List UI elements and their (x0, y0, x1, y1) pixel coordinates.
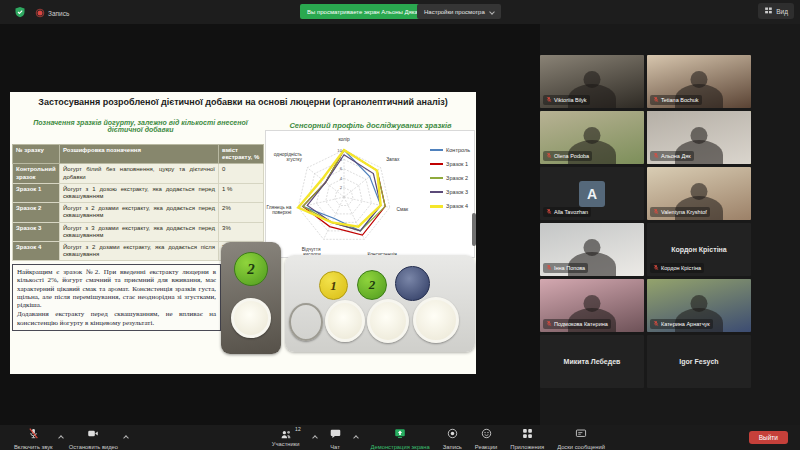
view-button[interactable]: Вид (758, 3, 794, 19)
record-icon (447, 425, 458, 443)
table-header: вміст екстракту, % (219, 145, 264, 164)
analysis-text: Найкращим є зразок №2. При введенні екст… (12, 264, 221, 331)
analysis-paragraph: Найкращим є зразок №2. При введенні екст… (17, 268, 216, 309)
stop-video-button[interactable]: Остановить видео (69, 425, 118, 450)
svg-text:Глянець наповерхні: Глянець наповерхні (266, 205, 291, 215)
participant-name-label: Valentyna Kryshtof (650, 207, 710, 217)
muted-mic-icon (546, 208, 552, 216)
svg-text:колір: колір (338, 137, 350, 142)
slide-right-heading: Сенсорний профіль досліджуваних зразків (268, 121, 473, 130)
yogurt-cup (231, 298, 271, 338)
sensory-chart-panel: 246810колірЗапахСмакКонсистенціяВідчуття… (265, 130, 475, 258)
svg-text:Смак: Смак (397, 207, 409, 212)
slide-title: Застосування розробленої дієтичної добав… (14, 97, 472, 107)
chat-bubble-icon (330, 425, 341, 443)
table-header: Розшифровка позначення (59, 145, 218, 164)
participant-name-label: Viktoriia Bilyk (543, 95, 590, 105)
share-screen-icon (394, 425, 406, 443)
participant-tile[interactable]: Микита Лебедев (540, 335, 644, 388)
share-screen-button[interactable]: Демонстрация экрана (371, 425, 430, 450)
participant-tile[interactable]: Катерина Арнатчук (647, 279, 751, 332)
table-row: Зразок 3Йогурт з 3 дозами екстракту, яка… (13, 222, 264, 241)
empty-glass (289, 303, 323, 341)
participants-grid: Viktoriia BilykTetiana BochukOlena Podob… (540, 55, 751, 388)
muted-mic-icon (546, 96, 552, 104)
yogurt-photo-left: 2 (221, 242, 281, 354)
audio-options-chevron[interactable] (58, 435, 64, 441)
muted-mic-icon (653, 320, 659, 328)
participant-tile[interactable]: Olena Podoba (540, 111, 644, 164)
viewing-screen-banner: Вы просматриваете экран Альоны Дяка (300, 4, 425, 19)
scrollbar-thumb[interactable] (472, 213, 476, 246)
chat-options-chevron[interactable] (353, 435, 359, 441)
shared-screen-area: Застосування розробленої дієтичної добав… (0, 24, 540, 425)
grid-view-icon (764, 6, 773, 16)
participant-name-label: Tetiana Bochuk (650, 95, 702, 105)
chat-button[interactable]: Чат (330, 425, 341, 450)
participant-tile[interactable]: Інна Попова (540, 223, 644, 276)
table-row: Контрольний зразокЙогурт білий без напов… (13, 164, 264, 183)
participant-name-label: Olena Podoba (543, 151, 592, 161)
participant-name-label: Катерина Арнатчук (650, 319, 713, 329)
muted-mic-icon (653, 208, 659, 216)
participant-tile[interactable]: Подмокова Катерина (540, 279, 644, 332)
svg-text:однорідністьзгустку: однорідністьзгустку (274, 152, 303, 162)
participant-name-label: Інна Попова (543, 263, 588, 273)
slide-left-heading: Позначення зразків йогурту, залежно від … (28, 119, 253, 133)
yogurt-cup (413, 297, 459, 343)
microphone-muted-icon (28, 425, 39, 443)
legend-swatch (430, 191, 443, 193)
participant-name-label: Alla Tavozhan (543, 207, 591, 217)
record-button[interactable]: Запись (443, 425, 462, 450)
participants-icon: 12 (280, 428, 292, 440)
table-row: Зразок 1Йогурт з 1 дозою екстракту, яка … (13, 183, 264, 202)
meeting-topbar: Запись Вы просматриваете экран Альоны Дя… (0, 0, 800, 24)
legend-item: Зразок 2 (430, 175, 470, 181)
legend-item: Зразок 3 (430, 189, 470, 195)
participant-tile[interactable]: AAlla Tavozhan (540, 167, 644, 220)
legend-swatch (430, 163, 443, 165)
muted-mic-icon (653, 264, 659, 272)
svg-text:2: 2 (340, 185, 343, 190)
yogurt-lid-yellow: 1 (319, 271, 348, 300)
svg-text:4: 4 (340, 176, 343, 181)
participant-tile[interactable]: Tetiana Bochuk (647, 55, 751, 108)
participant-name-label: Кордон Крістіна (650, 263, 704, 273)
participants-options-chevron[interactable] (312, 435, 318, 441)
reactions-button[interactable]: Реакции (475, 425, 497, 450)
table-header: № зразку (13, 145, 60, 164)
muted-mic-icon (653, 152, 659, 160)
chevron-down-icon (489, 9, 495, 15)
participant-tile[interactable]: Кордон КрістінаКордон Крістіна (647, 223, 751, 276)
yogurt-lid-navy (395, 266, 430, 301)
yogurt-cup (367, 299, 409, 343)
view-settings-button[interactable]: Настройки просмотра (417, 4, 501, 19)
apps-button[interactable]: Приложения (510, 425, 544, 450)
avatar: A (579, 181, 605, 207)
participant-tile[interactable]: Viktoriia Bilyk (540, 55, 644, 108)
yogurt-lid-green: 2 (234, 252, 268, 286)
participants-button[interactable]: 12 Участники (272, 428, 300, 447)
muted-mic-icon (653, 96, 659, 104)
participant-tile[interactable]: Valentyna Kryshtof (647, 167, 751, 220)
legend-swatch (430, 177, 443, 179)
yogurt-cup (325, 300, 365, 342)
participant-tile[interactable]: Альона Дяк (647, 111, 751, 164)
whiteboards-button[interactable]: Доски сообщений (557, 425, 605, 450)
leave-meeting-button[interactable]: Выйти (749, 431, 788, 444)
legend-item: Зразок 1 (430, 161, 470, 167)
chart-legend: КонтрольЗразок 1Зразок 2Зразок 3Зразок 4 (430, 147, 470, 209)
smiley-icon (481, 425, 492, 443)
legend-item: Зразок 4 (430, 203, 470, 209)
yogurt-lid-green: 2 (357, 270, 387, 300)
muted-mic-icon (546, 264, 552, 272)
record-dot-icon (35, 8, 45, 19)
legend-swatch (430, 205, 443, 208)
security-shield-icon[interactable] (14, 4, 26, 22)
unmute-button[interactable]: Включить звук (14, 425, 53, 450)
participant-name-label: Альона Дяк (650, 151, 694, 161)
video-options-chevron[interactable] (123, 435, 129, 441)
participant-tile[interactable]: Igor Fesych (647, 335, 751, 388)
legend-item: Контроль (430, 147, 470, 153)
muted-mic-icon (546, 152, 552, 160)
